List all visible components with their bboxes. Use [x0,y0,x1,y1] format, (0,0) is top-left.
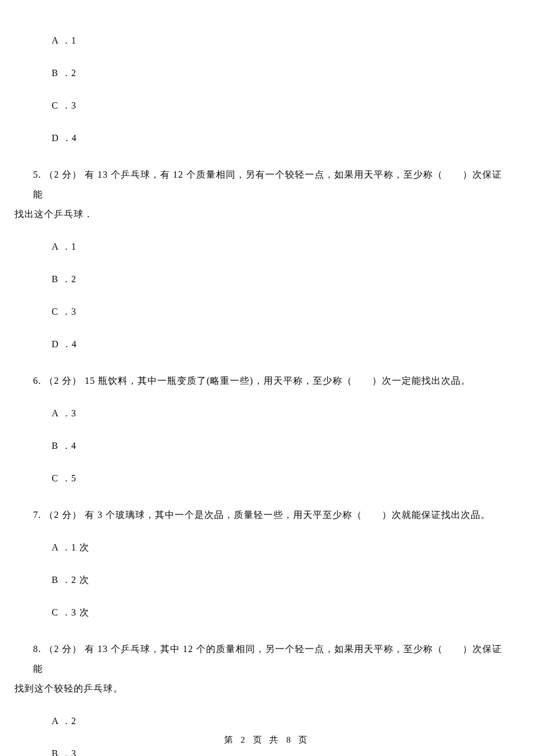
q6-option-a: A ．3 [52,408,534,420]
q6-option-c: C ．5 [52,473,534,485]
q4-option-c: C ．3 [52,100,534,112]
q4-option-d: D ．4 [52,132,534,145]
q5-option-c: C ．3 [52,306,534,318]
q8-option-b: B ．3 [52,748,534,756]
q5-option-a: A ．1 [52,241,534,253]
q8-stem: 8. （2 分） 有 13 个乒乓球，其中 12 个的质量相同，另一个轻一点，如… [33,639,511,699]
q4-option-a: A ．1 [52,35,534,47]
q8-option-a: A ．2 [52,715,534,728]
q5-option-b: B ．2 [52,273,534,286]
q7-option-a: A ．1 次 [52,542,534,554]
q6-stem: 6. （2 分） 15 瓶饮料，其中一瓶变质了(略重一些)，用天平称，至少称（ … [33,371,511,391]
page-container: A ．1 B ．2 C ．3 D ．4 5. （2 分） 有 13 个乒乓球，有… [0,0,534,756]
q8-stem-line2: 找到这个较轻的乒乓球。 [0,683,123,693]
q8-stem-line1: 8. （2 分） 有 13 个乒乓球，其中 12 个的质量相同，另一个轻一点，如… [33,644,502,674]
q5-stem-line2: 找出这个乒乓球． [0,209,93,219]
q5-option-d: D ．4 [52,339,534,351]
q7-option-c: C ．3 次 [52,607,534,619]
q5-stem: 5. （2 分） 有 13 个乒乓球，有 12 个质量相同，另有一个较轻一点，如… [33,165,511,224]
q4-option-b: B ．2 [52,67,534,80]
q6-option-b: B ．4 [52,440,534,452]
q7-stem: 7. （2 分） 有 3 个玻璃球，其中一个是次品，质量轻一些，用天平至少称（ … [33,505,511,525]
page-footer: 第 2 页 共 8 页 [0,735,534,746]
q5-stem-line1: 5. （2 分） 有 13 个乒乓球，有 12 个质量相同，另有一个较轻一点，如… [33,170,502,199]
q7-option-b: B ．2 次 [52,574,534,586]
